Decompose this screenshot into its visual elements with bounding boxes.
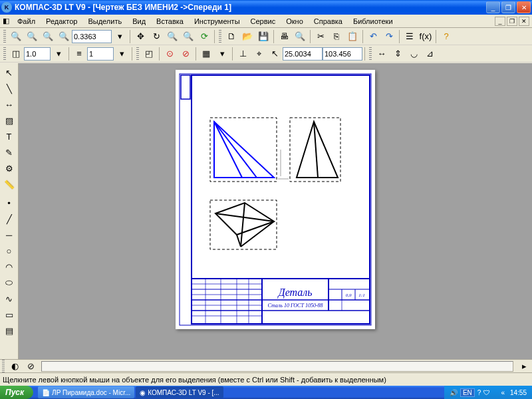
snap-off-icon[interactable]: ⊘ <box>178 47 193 61</box>
segment-icon[interactable]: ─ <box>2 227 17 242</box>
grip[interactable] <box>3 47 6 61</box>
point-tool-icon[interactable]: • <box>2 196 17 210</box>
dim3-icon[interactable]: ◡ <box>406 47 421 61</box>
zoom-window-icon[interactable]: 🔍 <box>41 29 55 44</box>
mdi-minimize[interactable]: _ <box>495 17 505 26</box>
zoom-prev-icon[interactable]: 🔍 <box>165 29 180 44</box>
edit-tool-icon[interactable]: ✎ <box>2 145 17 160</box>
spline-icon[interactable]: ∿ <box>2 291 17 306</box>
tray-expand-icon[interactable]: « <box>501 389 505 396</box>
dim2-icon[interactable]: ⇕ <box>390 47 405 61</box>
dropdown-icon[interactable]: ▾ <box>51 47 66 61</box>
text-tool-icon[interactable]: T <box>2 129 17 144</box>
hatch-tool-icon[interactable]: ▨ <box>2 113 17 128</box>
mdi-restore[interactable]: ❐ <box>507 17 517 26</box>
snap-end-icon[interactable]: ⊙ <box>162 47 177 61</box>
canvas[interactable]: Деталь Сталь 10 ГОСТ 1050-88 0,9 1:1 <box>19 63 532 359</box>
start-button[interactable]: Пуск <box>0 386 33 399</box>
menu-view[interactable]: Вид <box>127 16 151 27</box>
zoom-fit-icon[interactable]: 🔍 <box>9 29 23 44</box>
clock[interactable]: 14:55 <box>510 389 527 396</box>
dropdown-icon[interactable]: ▾ <box>114 47 129 61</box>
measure-tool-icon[interactable]: 📏 <box>2 177 17 192</box>
grip[interactable] <box>369 47 372 61</box>
menu-insert[interactable]: Вставка <box>151 16 189 27</box>
line-tool-icon[interactable]: ╲ <box>2 81 17 96</box>
paste-icon[interactable]: 📋 <box>345 29 360 44</box>
move-icon[interactable]: ✥ <box>133 29 148 44</box>
grip[interactable] <box>136 47 139 61</box>
menu-editor[interactable]: Редактор <box>41 16 82 27</box>
menu-select[interactable]: Выделить <box>82 16 127 27</box>
open-icon[interactable]: 📂 <box>240 29 255 44</box>
tool-icon[interactable]: ◰ <box>142 47 156 61</box>
refresh-icon[interactable]: ⟳ <box>197 29 211 44</box>
menu-service[interactable]: Сервис <box>245 16 281 27</box>
new-icon[interactable]: 🗋 <box>224 29 239 44</box>
dim4-icon[interactable]: ⊿ <box>422 47 437 61</box>
taskbar-item-kompas[interactable]: ◉КОМПАС-3D LT V9 - [... <box>136 386 223 398</box>
prop-btn-3[interactable]: ▸ <box>517 359 531 374</box>
tray-icon[interactable]: 🔊 <box>450 389 458 396</box>
properties-icon[interactable]: ☰ <box>402 29 417 44</box>
zoom-in-icon[interactable]: 🔍 <box>25 29 39 44</box>
minimize-button[interactable]: _ <box>486 1 500 13</box>
variables-icon[interactable]: f(x) <box>418 29 433 44</box>
aux-line-icon[interactable]: ╱ <box>2 211 17 226</box>
zoom-input[interactable] <box>72 30 112 43</box>
coord-y-input[interactable] <box>323 47 362 61</box>
zoom-next-icon[interactable]: 🔍 <box>181 29 196 44</box>
taskbar-item-word[interactable]: 📄ЛР Пирамида.doc - Micr... <box>38 386 134 398</box>
arc-icon[interactable]: ◠ <box>2 259 17 274</box>
tray-icon[interactable]: 🛡 <box>483 389 490 396</box>
menu-libraries[interactable]: Библиотеки <box>348 16 398 27</box>
coord-x-input[interactable] <box>283 47 323 61</box>
cut-icon[interactable]: ✂ <box>313 29 328 44</box>
grip[interactable] <box>2 360 5 373</box>
menu-help[interactable]: Справка <box>309 16 348 27</box>
prop-btn-2[interactable]: ⊘ <box>23 359 38 374</box>
close-button[interactable]: ✕ <box>517 1 531 13</box>
prop-btn-1[interactable]: ◐ <box>7 359 22 374</box>
layer-input[interactable] <box>87 47 114 61</box>
undo-icon[interactable]: ↶ <box>366 29 380 44</box>
svg-line-34 <box>241 221 274 247</box>
redo-icon[interactable]: ↷ <box>382 29 396 44</box>
rotate-icon[interactable]: ↻ <box>149 29 164 44</box>
dim-icon[interactable]: ↔ <box>374 47 389 61</box>
app-menu-icon[interactable]: ◧ <box>3 17 12 25</box>
help-icon[interactable]: ? <box>439 29 454 44</box>
dropdown-icon[interactable]: ▾ <box>215 47 229 61</box>
zoom-out-icon[interactable]: 🔍 <box>57 29 71 44</box>
param-tool-icon[interactable]: ⚙ <box>2 161 17 176</box>
menu-file[interactable]: Файл <box>12 16 41 27</box>
select-tool-icon[interactable]: ↖ <box>2 65 17 80</box>
rect-icon[interactable]: ▭ <box>2 307 17 322</box>
grip[interactable] <box>219 30 221 43</box>
dropdown-icon[interactable]: ▾ <box>112 29 127 44</box>
maximize-button[interactable]: ❐ <box>501 1 515 13</box>
lang-indicator[interactable]: EN <box>460 388 475 397</box>
menu-tools[interactable]: Инструменты <box>189 16 245 27</box>
svg-rect-3 <box>192 279 370 324</box>
copy-icon[interactable]: ⎘ <box>329 29 344 44</box>
layer-manager-icon[interactable]: ≡ <box>72 47 86 61</box>
layers-icon[interactable]: ◫ <box>9 47 23 61</box>
save-icon[interactable]: 💾 <box>256 29 271 44</box>
grip[interactable] <box>3 30 6 43</box>
grid-icon[interactable]: ▦ <box>199 47 213 61</box>
circle-icon[interactable]: ○ <box>2 243 17 258</box>
ortho-icon[interactable]: ⊥ <box>235 47 250 61</box>
mdi-close[interactable]: ✕ <box>519 17 529 26</box>
property-field[interactable] <box>41 361 513 372</box>
print-icon[interactable]: 🖶 <box>277 29 291 44</box>
preview-icon[interactable]: 🔍 <box>293 29 307 44</box>
tray-icon[interactable]: ? <box>477 389 481 396</box>
coord-icon[interactable]: ⌖ <box>251 47 266 61</box>
hatch2-icon[interactable]: ▤ <box>2 323 17 338</box>
dim-tool-icon[interactable]: ↔ <box>2 97 17 112</box>
ellipse-icon[interactable]: ⬭ <box>2 275 17 290</box>
scale-input[interactable] <box>24 47 51 61</box>
cursor-xy-icon[interactable]: ↖ <box>267 47 282 61</box>
menu-window[interactable]: Окно <box>281 16 309 27</box>
